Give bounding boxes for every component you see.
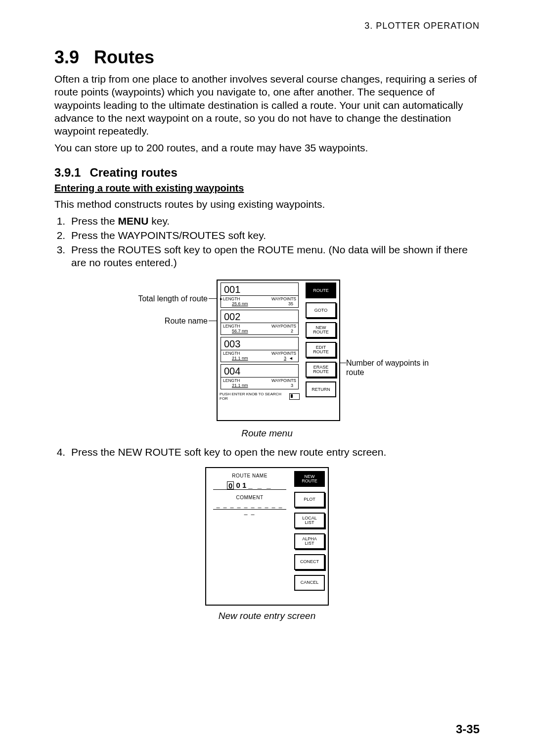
softkey-goto[interactable]: GOTO <box>306 302 336 318</box>
route-card: 002 LENGTH WAYPOINTS 56.7 nm 2 <box>221 310 299 335</box>
softkey-edit-route[interactable]: EDIT ROUTE <box>306 342 336 358</box>
new-route-entry-screen: ROUTE NAME 0 1 _ _ _ COMMENT _ _ _ _ _ _… <box>205 467 329 606</box>
route-name-field: 001 <box>221 283 298 296</box>
subsection-intro: This method constructs routes by using e… <box>54 198 480 211</box>
softkey-header-route: ROUTE <box>306 283 336 298</box>
softkey-local-list[interactable]: LOCAL LIST <box>294 513 325 528</box>
softkey-alpha-list[interactable]: ALPHA LIST <box>294 533 325 549</box>
callout-num-waypoints: Number of waypoints in route <box>346 359 445 377</box>
cursor-icon <box>227 481 234 489</box>
route-name-label: ROUTE NAME <box>210 473 289 478</box>
softkey-conect[interactable]: CONECT <box>294 554 325 570</box>
figure-new-route-entry: ROUTE NAME 0 1 _ _ _ COMMENT _ _ _ _ _ _… <box>54 462 480 625</box>
section-title: Routes <box>94 47 154 67</box>
section-paragraph-1: Often a trip from one place to another i… <box>54 73 480 138</box>
subsection-number: 3.9.1 <box>54 166 81 179</box>
step-item: Press the ROUTES soft key to open the RO… <box>68 243 480 270</box>
search-hint: PUSH ENTER KNOB TO SEARCH FOR <box>218 390 302 402</box>
cursor-icon <box>289 393 300 400</box>
figure2-caption: New route entry screen <box>219 611 315 621</box>
route-card: 004 LENGTH WAYPOINTS 21.1 nm 3 <box>221 364 299 389</box>
figure1-caption: Route menu <box>241 428 293 439</box>
section-heading: 3.9Routes <box>54 47 480 68</box>
softkey-erase-route[interactable]: ERASE ROUTE <box>306 362 336 378</box>
step-item: Press the NEW ROUTE soft key to open the… <box>68 446 480 459</box>
step-item: Press the WAYPOINTS/ROUTES soft key. <box>68 229 480 242</box>
softkey-plot[interactable]: PLOT <box>294 492 325 508</box>
subsection-subhead: Entering a route with existing waypoints <box>54 183 480 194</box>
route-menu-screen: 001 ▸ LENGTH WAYPOINTS 25.6 nm 35 002 LE… <box>217 280 340 421</box>
steps-list-cont: Press the NEW ROUTE soft key to open the… <box>54 446 480 459</box>
route-name-field: 002 <box>221 310 298 323</box>
softkey-return[interactable]: RETURN <box>306 381 336 397</box>
route-name-field: 003 <box>221 337 298 350</box>
figure-route-menu: Total length of route Route name Number … <box>54 273 480 443</box>
softkey-new-route[interactable]: NEW ROUTE <box>306 322 336 338</box>
route-card: 001 ▸ LENGTH WAYPOINTS 25.6 nm 35 <box>221 283 299 308</box>
step-item: Press the MENU key. <box>68 215 480 228</box>
section-paragraph-2: You can store up to 200 routes, and a ro… <box>54 142 480 154</box>
softkey-cancel[interactable]: CANCEL <box>294 575 325 591</box>
softkey-header-new-route: NEW ROUTE <box>294 471 325 487</box>
section-number: 3.9 <box>54 47 79 68</box>
page-number: 3-35 <box>456 722 480 736</box>
pointer-arrow-icon: ▸ <box>220 296 222 301</box>
route-card: 003 LENGTH WAYPOINTS 21.1 nm 3 ◄ <box>221 337 299 362</box>
callout-total-length: Total length of route <box>109 294 208 303</box>
comment-label: COMMENT <box>210 495 289 500</box>
chapter-reference: 3. PLOTTER OPERATION <box>364 21 480 31</box>
route-name-field: 004 <box>221 365 298 378</box>
subsection-heading: 3.9.1Creating routes <box>54 166 480 180</box>
comment-input[interactable]: _ _ _ _ _ _ _ _ _ _ _ _ <box>213 501 286 510</box>
steps-list: Press the MENU key. Press the WAYPOINTS/… <box>54 215 480 270</box>
route-name-input[interactable]: 0 1 _ _ _ <box>213 479 286 490</box>
callout-route-name: Route name <box>109 317 208 326</box>
subsection-title: Creating routes <box>89 166 177 179</box>
